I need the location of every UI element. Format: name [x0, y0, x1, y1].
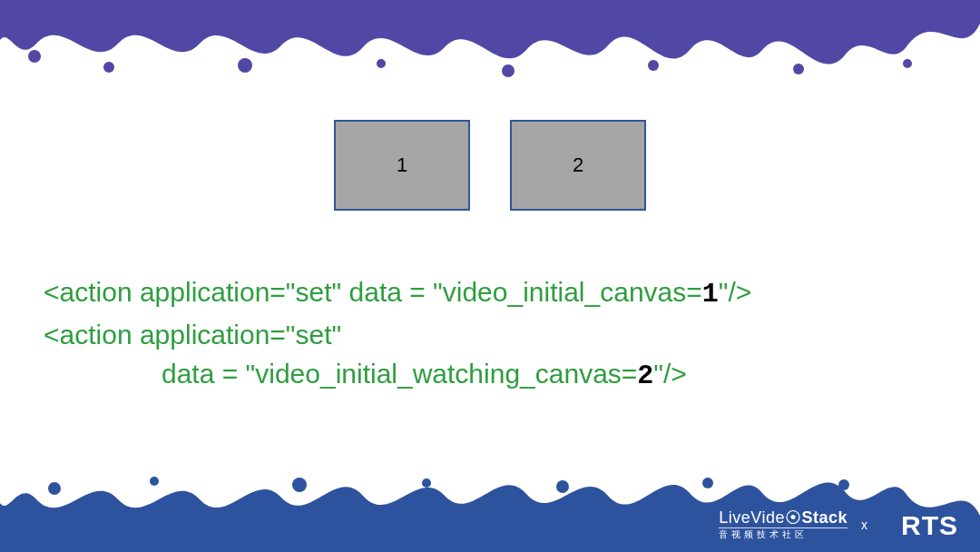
svg-point-8 [48, 482, 61, 495]
svg-point-14 [838, 479, 849, 490]
rts-logo: RTS [901, 510, 958, 541]
code-line1-head: <action application="set" data = "video_… [44, 277, 702, 307]
footer-x-separator: x [861, 518, 867, 532]
svg-point-1 [103, 62, 114, 73]
livevideo-prefix: LiveVide [719, 508, 785, 527]
tile-1-label: 1 [397, 153, 407, 177]
code-line1-tail: "/> [719, 277, 752, 307]
svg-point-5 [648, 60, 659, 71]
code-line2-head: <action application="set" [44, 320, 341, 350]
tile-1: 1 [334, 120, 470, 211]
svg-point-2 [238, 58, 252, 73]
livevideo-suffix: Stack [801, 508, 848, 527]
code-line1-num: 1 [702, 279, 719, 310]
svg-point-12 [556, 480, 569, 493]
livevideostack-logo: LiveVide⦿Stack 音视频技术社区 [719, 509, 848, 539]
top-wave-decoration [0, 0, 980, 82]
svg-point-13 [702, 478, 713, 488]
tile-row: 1 2 [0, 120, 980, 211]
tile-2: 2 [510, 120, 646, 211]
code-line3-head: data = "video_initial_watching_canvas= [162, 359, 637, 389]
tile-2-label: 2 [573, 153, 583, 177]
livevideo-o-icon: ⦿ [785, 508, 802, 527]
svg-point-10 [292, 478, 307, 492]
svg-point-11 [422, 478, 431, 488]
svg-point-9 [150, 477, 159, 486]
slide: 1 2 <action application="set" data = "vi… [0, 0, 980, 552]
code-line3-num: 2 [637, 360, 653, 391]
svg-point-7 [903, 59, 912, 68]
svg-point-0 [28, 50, 41, 63]
svg-point-6 [793, 64, 804, 74]
code-block: <action application="set" data = "video_… [44, 272, 936, 397]
svg-point-4 [502, 64, 514, 77]
code-line3-tail: "/> [653, 359, 687, 389]
livevideo-subtitle: 音视频技术社区 [719, 527, 848, 539]
svg-point-3 [377, 59, 386, 68]
